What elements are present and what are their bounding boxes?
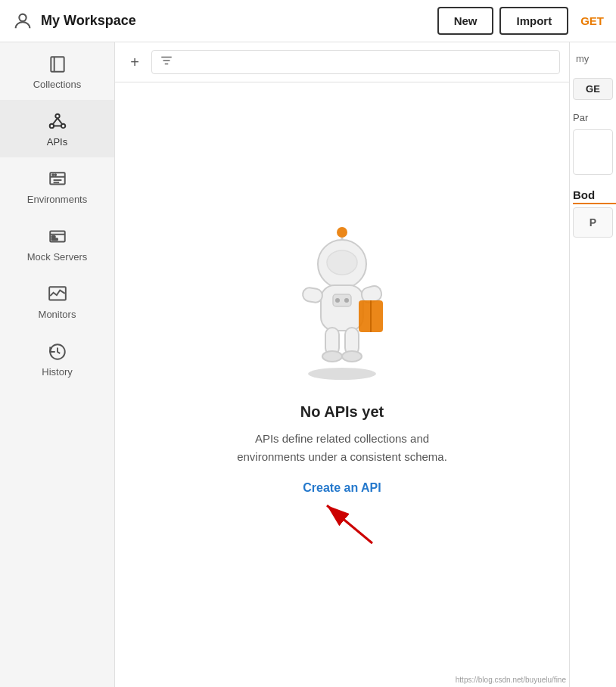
astronaut-illustration	[274, 219, 410, 385]
empty-state-description: APIs define related collections and envi…	[221, 430, 463, 466]
svg-line-5	[52, 118, 57, 124]
environments-icon	[48, 169, 67, 189]
user-icon	[12, 11, 33, 32]
toolbar: +	[115, 42, 569, 82]
sidebar-item-apis-label: APIs	[47, 136, 67, 148]
empty-state-title: No APIs yet	[300, 403, 384, 421]
right-panel-get-button[interactable]: GE	[573, 78, 613, 100]
filter-icon	[160, 54, 173, 70]
svg-point-35	[322, 351, 342, 362]
sidebar-item-monitors-label: Monitors	[39, 309, 76, 320]
right-panel-p-button[interactable]: P	[573, 207, 613, 238]
svg-rect-16	[51, 236, 54, 238]
svg-rect-29	[302, 287, 324, 303]
svg-point-27	[327, 250, 357, 275]
svg-point-0	[19, 14, 26, 20]
arrow-annotation	[297, 498, 387, 551]
sidebar-item-collections-label: Collections	[33, 79, 82, 90]
get-method-label: GET	[580, 14, 604, 27]
new-button[interactable]: New	[437, 7, 494, 35]
import-button[interactable]: Import	[499, 7, 568, 35]
right-panel-params-label: Par	[570, 109, 616, 126]
sidebar-item-environments-label: Environments	[27, 194, 87, 205]
sidebar-item-collections[interactable]: Collections	[0, 42, 114, 100]
mock-servers-icon	[48, 227, 67, 247]
monitors-icon	[48, 284, 67, 304]
watermark: https://blog.csdn.net/buyuelu/fine	[456, 676, 566, 684]
svg-line-41	[327, 505, 372, 543]
workspace-title: My Workspace	[41, 13, 136, 29]
svg-point-10	[52, 174, 54, 176]
svg-rect-17	[51, 238, 58, 240]
add-api-button[interactable]: +	[124, 51, 145, 73]
svg-point-24	[337, 227, 347, 238]
right-panel-my: my	[570, 48, 616, 69]
svg-point-36	[342, 351, 362, 362]
main-layout: Collections APIs	[0, 42, 616, 687]
sidebar-item-apis[interactable]: APIs	[0, 100, 114, 157]
svg-point-11	[54, 174, 56, 176]
sidebar-item-mock-servers[interactable]: Mock Servers	[0, 215, 114, 272]
sidebar-item-history[interactable]: History	[0, 330, 114, 387]
svg-rect-28	[321, 285, 363, 331]
history-icon	[48, 342, 67, 362]
search-filter-bar	[151, 50, 560, 74]
sidebar: Collections APIs	[0, 42, 115, 687]
right-panel: my GE Par Bod P	[569, 42, 616, 687]
create-api-link[interactable]: Create an API	[303, 481, 381, 495]
svg-point-23	[308, 368, 376, 380]
svg-point-2	[55, 114, 59, 118]
svg-point-38	[335, 298, 340, 303]
sidebar-item-mock-servers-label: Mock Servers	[27, 251, 87, 263]
svg-rect-1	[51, 57, 64, 72]
content-area: +	[115, 42, 569, 687]
right-panel-my-label: my	[576, 53, 589, 64]
right-panel-input-area	[573, 129, 613, 175]
right-panel-body-label: Bod	[570, 184, 616, 203]
sidebar-item-environments[interactable]: Environments	[0, 157, 114, 215]
sidebar-item-monitors[interactable]: Monitors	[0, 272, 114, 330]
svg-line-6	[58, 118, 62, 124]
header-right: New Import GET	[437, 7, 604, 35]
sidebar-item-history-label: History	[42, 366, 72, 378]
collections-icon	[48, 54, 67, 74]
empty-state: No APIs yet APIs define related collecti…	[115, 82, 569, 687]
apis-icon	[48, 112, 67, 132]
svg-point-39	[344, 298, 349, 303]
right-panel-body-underline	[573, 203, 616, 204]
header-left: My Workspace	[12, 11, 437, 32]
header: My Workspace New Import GET	[0, 0, 616, 42]
